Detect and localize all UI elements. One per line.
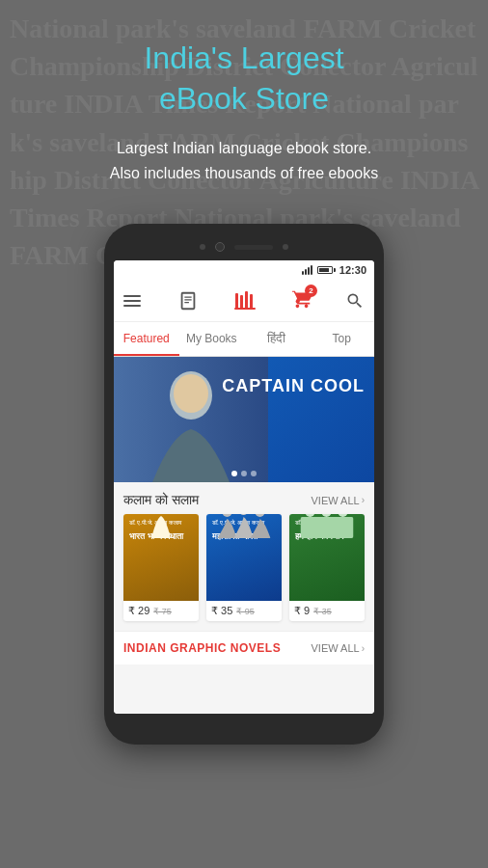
- section1-view-all[interactable]: VIEW ALL ›: [312, 495, 365, 506]
- books-row: डॉ. ए.पी.जे. अब्दुल कलाम भारत भाग्य विधा…: [114, 514, 374, 631]
- app-toolbar: 2: [114, 280, 374, 322]
- book3-price: ₹ 9: [294, 605, 310, 617]
- section1-header: कलाम को सलाम VIEW ALL ›: [114, 482, 374, 514]
- svg-rect-0: [235, 293, 238, 309]
- book3-original-price: ₹ 35: [313, 607, 332, 616]
- section2-title: INDIAN GRAPHIC NOVELS: [123, 641, 281, 655]
- phone-screen: 12:30: [114, 260, 374, 714]
- cart-button[interactable]: 2: [291, 288, 312, 313]
- tab-top[interactable]: Top: [310, 322, 375, 356]
- phone-body: 12:30: [104, 224, 384, 745]
- section2-chevron-icon: ›: [362, 643, 365, 654]
- svg-rect-14: [301, 517, 354, 538]
- phone-dot-right: [283, 244, 288, 250]
- svg-point-10: [256, 514, 265, 516]
- svg-point-11: [306, 514, 315, 516]
- phone-camera: [215, 242, 225, 252]
- book2-original-price: ₹ 95: [236, 607, 255, 616]
- book-cover-2: डॉ. ए.पी.जे. अब्दुल कलाम महाशक्ति भारत: [206, 514, 282, 601]
- top-section: India's Largest eBook Store Largest Indi…: [0, 0, 488, 204]
- featured-banner[interactable]: CAPTAIN COOL: [114, 357, 374, 482]
- book-card-2[interactable]: डॉ. ए.पी.जे. अब्दुल कलाम महाशक्ति भारत: [206, 514, 282, 621]
- phone-top-bar: [114, 233, 374, 260]
- tab-hindi[interactable]: हिंदी: [244, 322, 310, 356]
- tab-featured[interactable]: Featured: [114, 322, 179, 356]
- status-bar: 12:30: [114, 260, 374, 280]
- phone-dot-left: [200, 244, 205, 250]
- svg-rect-4: [234, 308, 256, 310]
- app-title-line2: eBook Store: [19, 79, 469, 120]
- content-area: कलाम को सलाम VIEW ALL › डॉ. ए.पी.जे. अब्…: [114, 482, 374, 714]
- signal-icon: [302, 265, 312, 275]
- book-cover-3: डॉ. ए.पी.जे. अब्दुल कलाम हम होंगे कामयाब: [289, 514, 365, 601]
- book-card-3[interactable]: डॉ. ए.पी.जे. अब्दुल कलाम हम होंगे कामयाब: [289, 514, 365, 621]
- book1-price: ₹ 29: [128, 605, 149, 617]
- book2-price: ₹ 35: [211, 605, 232, 617]
- svg-point-8: [223, 514, 232, 516]
- book3-price-row: ₹ 9 ₹ 35: [289, 601, 365, 621]
- section2-view-all[interactable]: VIEW ALL ›: [312, 642, 365, 654]
- chevron-right-icon: ›: [362, 495, 365, 505]
- book2-price-row: ₹ 35 ₹ 95: [206, 601, 282, 621]
- app-tabs: Featured My Books हिंदी Top: [114, 322, 374, 357]
- svg-rect-1: [240, 295, 243, 309]
- battery-icon: [317, 266, 333, 274]
- svg-point-12: [322, 514, 332, 516]
- svg-rect-2: [245, 291, 248, 309]
- book-card-1[interactable]: डॉ. ए.पी.जे. अब्दुल कलाम भारत भाग्य विधा…: [123, 514, 199, 621]
- banner-pagination: [231, 471, 257, 476]
- search-icon[interactable]: [345, 291, 365, 311]
- book-icon: [177, 290, 199, 312]
- cart-badge: 2: [305, 285, 317, 297]
- section2-footer: INDIAN GRAPHIC NOVELS VIEW ALL ›: [114, 631, 374, 665]
- app-subtitle: Largest Indian language ebook store. Als…: [19, 136, 469, 185]
- phone-mockup: 12:30: [0, 224, 488, 745]
- library-icon: [231, 287, 258, 314]
- banner-title: CAPTAIN COOL: [222, 376, 365, 396]
- svg-point-6: [174, 374, 208, 413]
- section1-title: कलाम को सलाम: [123, 492, 199, 508]
- status-time: 12:30: [339, 264, 366, 276]
- hamburger-menu-button[interactable]: [123, 290, 145, 312]
- app-title-line1: India's Largest: [19, 39, 469, 79]
- banner-text-area: CAPTAIN COOL: [222, 376, 365, 396]
- book-cover-1: डॉ. ए.पी.जे. अब्दुल कलाम भारत भाग्य विधा…: [123, 514, 199, 601]
- book1-original-price: ₹ 75: [153, 607, 172, 616]
- book1-price-row: ₹ 29 ₹ 75: [123, 601, 199, 621]
- svg-rect-3: [250, 294, 253, 309]
- phone-speaker: [234, 245, 273, 250]
- svg-point-13: [339, 514, 348, 516]
- tab-my-books[interactable]: My Books: [179, 322, 245, 356]
